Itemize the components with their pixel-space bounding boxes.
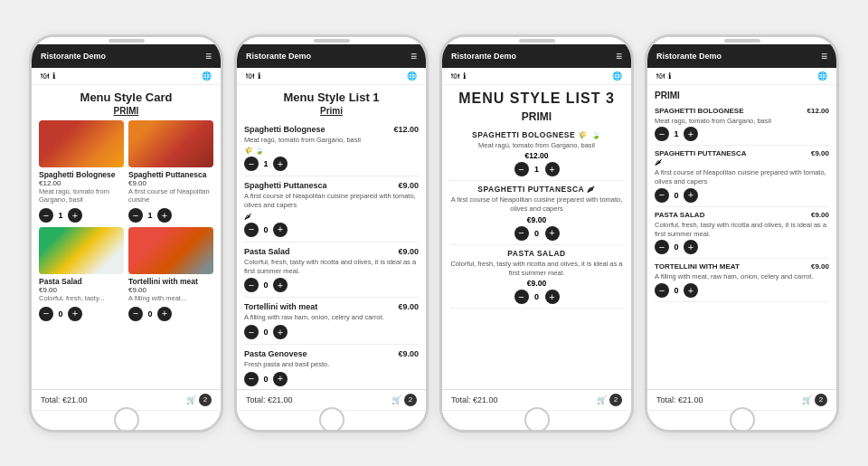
item-name: TORTELLINI WITH MEAT [655, 262, 740, 271]
qty-plus-btn[interactable]: + [157, 208, 172, 223]
globe-icon[interactable]: 🌐 [202, 71, 212, 81]
menu-title: Menu Style List 1 [244, 90, 419, 104]
section-title: PRIMI [39, 106, 213, 116]
list-item: PASTA SALAD €9.00 Colorful, fresh, tasty… [655, 207, 829, 260]
food-image [39, 227, 124, 274]
item-desc: Fresh pasta and basil pesto. [244, 360, 419, 369]
qty-control: − 0 + [244, 325, 419, 339]
qty-plus-btn[interactable]: + [684, 283, 698, 298]
app-title: Ristorante Demo [656, 52, 722, 61]
cart-icon-wrap[interactable]: 🛒 2 [392, 394, 417, 406]
hamburger-icon[interactable]: ≡ [205, 50, 212, 62]
total-label: Total: €21.00 [656, 395, 703, 404]
item-icons: 🌾 🍃 [578, 130, 601, 139]
phone-bottom [647, 410, 836, 430]
card-item: Tortellini with meat €9.00 A filling wit… [128, 227, 213, 321]
qty-minus-btn[interactable]: − [244, 157, 259, 171]
card-item: Spaghetti Bolognese €12.00 Meat ragù, to… [39, 120, 124, 223]
list-item: SPAGHETTI PUTTANESCA €9.00 🌶 A first cou… [655, 146, 829, 207]
item-price: €9.00 [398, 181, 419, 190]
menu-icon-small[interactable]: 🍽 [656, 71, 665, 81]
cart-icon-wrap[interactable]: 🛒 2 [186, 394, 212, 406]
qty-plus-btn[interactable]: + [68, 307, 82, 321]
menu-icon-small[interactable]: 🍽 [451, 71, 459, 81]
qty-minus-btn[interactable]: − [655, 127, 669, 141]
qty-control: − 1 + [449, 162, 624, 176]
phone-card: Ristorante Demo ≡ 🍽 ℹ 🌐 Menu Style Card … [29, 34, 223, 433]
home-button[interactable] [319, 407, 344, 433]
item-name: Pasta Salad [39, 277, 124, 286]
menu-icon-small[interactable]: 🍽 [246, 71, 254, 81]
menu-icon-small[interactable]: 🍽 [41, 71, 49, 81]
qty-plus-btn[interactable]: + [545, 162, 560, 176]
qty-number: 1 [672, 129, 681, 138]
qty-plus-btn[interactable]: + [684, 240, 698, 254]
qty-minus-btn[interactable]: − [655, 240, 669, 254]
app-title: Ristorante Demo [246, 52, 311, 61]
info-icon[interactable]: ℹ [52, 71, 55, 81]
qty-plus-btn[interactable]: + [545, 226, 560, 241]
list-item: SPAGHETTI BOLOGNESE €12.00 Meat ragù, to… [655, 103, 829, 147]
globe-icon[interactable]: 🌐 [407, 71, 417, 81]
qty-minus-btn[interactable]: − [244, 278, 259, 292]
home-button[interactable] [114, 407, 139, 433]
hamburger-icon[interactable]: ≡ [821, 50, 827, 62]
qty-minus-btn[interactable]: − [244, 372, 259, 386]
app-header: Ristorante Demo ≡ [647, 44, 836, 68]
qty-plus-btn[interactable]: + [545, 290, 560, 304]
item-name: PASTA SALAD [449, 249, 624, 258]
qty-number: 0 [261, 281, 270, 290]
item-price: €9.00 [811, 211, 829, 219]
phone-screen: Ristorante Demo ≡ 🍽 ℹ 🌐 Menu Style List … [237, 44, 426, 410]
info-icon[interactable]: ℹ [668, 71, 671, 81]
qty-plus-btn[interactable]: + [68, 208, 82, 223]
item-price: €12.00 [393, 125, 419, 134]
item-desc: Colorful, fresh, tasty with ricotta and … [244, 258, 419, 276]
item-price: €9.00 [128, 286, 213, 294]
cart-icon-wrap[interactable]: 🛒 2 [597, 394, 622, 406]
cart-icon-wrap[interactable]: 🛒 2 [802, 394, 827, 406]
item-price: €9.00 [449, 279, 624, 288]
phone-bottom [442, 410, 631, 430]
qty-minus-btn[interactable]: − [244, 223, 259, 237]
hamburger-icon[interactable]: ≡ [616, 50, 622, 62]
qty-minus-btn[interactable]: − [514, 226, 529, 241]
qty-minus-btn[interactable]: − [655, 188, 669, 203]
globe-icon[interactable]: 🌐 [817, 71, 827, 81]
qty-minus-btn[interactable]: − [244, 325, 259, 339]
menu-title: Menu Style Card [39, 90, 213, 104]
qty-plus-btn[interactable]: + [273, 157, 288, 171]
card-item: Pasta Salad €9.00 Colorful, fresh, tasty… [39, 227, 124, 321]
qty-minus-btn[interactable]: − [514, 290, 529, 304]
qty-minus-btn[interactable]: − [128, 307, 143, 321]
globe-icon[interactable]: 🌐 [612, 71, 622, 81]
home-button[interactable] [524, 407, 550, 433]
qty-minus-btn[interactable]: − [39, 307, 53, 321]
hamburger-icon[interactable]: ≡ [410, 50, 417, 62]
cart-icon: 🛒 [802, 395, 812, 404]
cart-icon: 🛒 [186, 395, 196, 404]
qty-plus-btn[interactable]: + [684, 188, 698, 203]
qty-control: − 0 + [655, 240, 829, 254]
qty-plus-btn[interactable]: + [273, 223, 288, 237]
qty-minus-btn[interactable]: − [39, 208, 53, 223]
qty-minus-btn[interactable]: − [655, 283, 669, 298]
cart-icon: 🛒 [392, 395, 401, 404]
qty-plus-btn[interactable]: + [684, 127, 698, 141]
qty-plus-btn[interactable]: + [273, 372, 288, 386]
qty-minus-btn[interactable]: − [514, 162, 529, 176]
item-icons: 🌾 🍃 [244, 147, 419, 155]
sub-header-left: 🍽 ℹ [41, 71, 55, 81]
qty-plus-btn[interactable]: + [273, 325, 288, 339]
qty-minus-btn[interactable]: − [128, 208, 143, 223]
qty-control: − 0 + [39, 307, 124, 321]
qty-control: − 0 + [244, 278, 419, 292]
qty-plus-btn[interactable]: + [273, 278, 288, 292]
home-button[interactable] [730, 407, 755, 433]
info-icon[interactable]: ℹ [258, 71, 260, 81]
qty-plus-btn[interactable]: + [157, 307, 172, 321]
app-title: Ristorante Demo [41, 52, 106, 61]
sub-header-left: 🍽 ℹ [656, 71, 671, 81]
phone-list1: Ristorante Demo ≡ 🍽 ℹ 🌐 Menu Style List … [234, 34, 429, 433]
info-icon[interactable]: ℹ [463, 71, 466, 81]
